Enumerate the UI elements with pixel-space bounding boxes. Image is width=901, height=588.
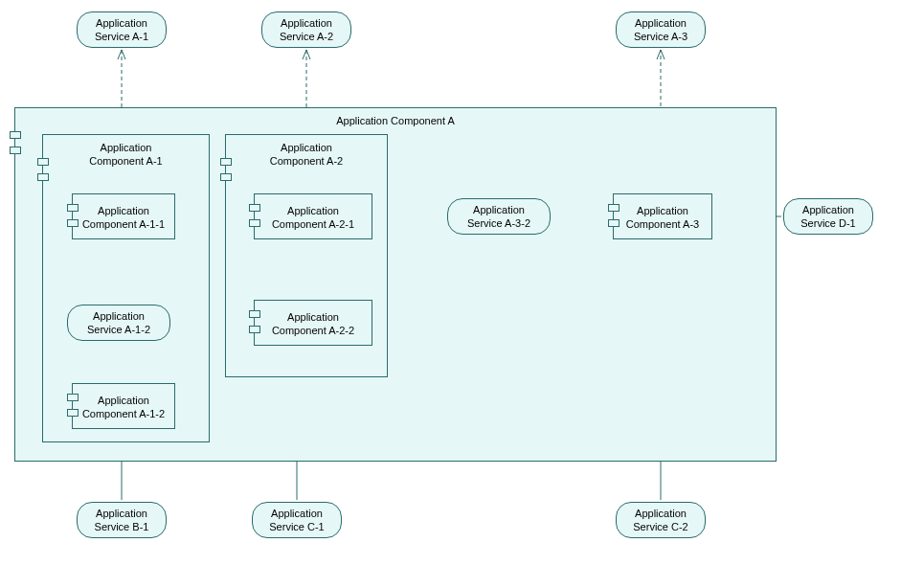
label: ApplicationService A-3-2 (467, 203, 530, 231)
component-a11[interactable]: ApplicationComponent A-1-1 (72, 193, 175, 239)
component-notch-icon (249, 204, 260, 212)
service-a12[interactable]: ApplicationService A-1-2 (67, 305, 170, 341)
service-b1[interactable]: ApplicationService B-1 (77, 502, 167, 538)
component-a11-label: ApplicationComponent A-1-1 (73, 194, 174, 232)
service-c1[interactable]: ApplicationService C-1 (252, 502, 342, 538)
component-notch-icon (37, 158, 49, 166)
diagram-canvas: ApplicationService A-1 ApplicationServic… (0, 0, 901, 588)
component-notch-icon (67, 219, 79, 227)
label: ApplicationService A-3 (634, 16, 687, 44)
component-notch-icon (10, 131, 21, 139)
component-notch-icon (67, 409, 79, 417)
label: ApplicationService A-1-2 (87, 309, 150, 337)
service-a3[interactable]: ApplicationService A-3 (616, 11, 706, 48)
service-a2[interactable]: ApplicationService A-2 (261, 11, 351, 48)
service-a1[interactable]: ApplicationService A-1 (77, 11, 167, 48)
component-a3-label: ApplicationComponent A-3 (614, 194, 711, 232)
component-notch-icon (10, 147, 21, 154)
component-a12-label: ApplicationComponent A-1-2 (73, 384, 174, 421)
component-a22-label: ApplicationComponent A-2-2 (255, 301, 372, 338)
component-notch-icon (220, 158, 232, 166)
component-a22[interactable]: ApplicationComponent A-2-2 (254, 300, 372, 346)
component-a12[interactable]: ApplicationComponent A-1-2 (72, 383, 175, 429)
component-notch-icon (608, 204, 619, 212)
label: ApplicationService C-2 (633, 507, 687, 534)
component-a2-label: ApplicationComponent A-2 (226, 135, 387, 169)
component-a3[interactable]: ApplicationComponent A-3 (613, 193, 712, 239)
component-notch-icon (249, 310, 260, 318)
label: ApplicationService D-1 (800, 203, 855, 231)
service-d1[interactable]: ApplicationService D-1 (783, 198, 873, 235)
component-notch-icon (37, 173, 49, 181)
component-notch-icon (220, 173, 232, 181)
component-notch-icon (608, 219, 619, 227)
component-a1-label: ApplicationComponent A-1 (43, 135, 209, 169)
component-notch-icon (249, 326, 260, 333)
label: ApplicationService B-1 (95, 507, 149, 534)
label: ApplicationService A-2 (280, 16, 333, 44)
label: ApplicationService A-1 (95, 16, 148, 44)
component-notch-icon (67, 204, 79, 212)
component-notch-icon (249, 219, 260, 227)
component-a-label: Application Component A (15, 108, 776, 127)
service-a32[interactable]: ApplicationService A-3-2 (447, 198, 551, 235)
label: ApplicationService C-1 (269, 507, 324, 534)
component-notch-icon (67, 394, 79, 401)
component-a21-label: ApplicationComponent A-2-1 (255, 194, 372, 232)
service-c2[interactable]: ApplicationService C-2 (616, 502, 706, 538)
component-a21[interactable]: ApplicationComponent A-2-1 (254, 193, 372, 239)
